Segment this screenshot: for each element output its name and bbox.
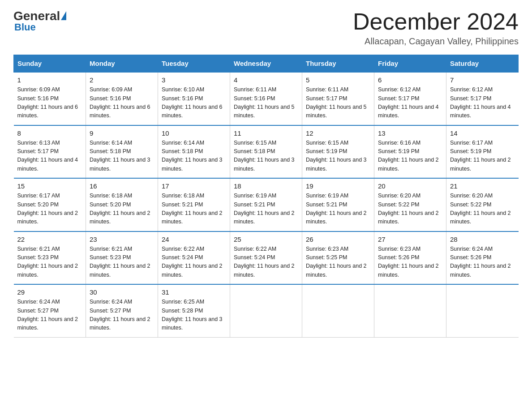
calendar-cell [374, 284, 446, 337]
day-number: 4 [234, 76, 298, 84]
day-number: 6 [378, 76, 442, 84]
day-number: 24 [162, 235, 226, 243]
day-info: Sunrise: 6:24 AMSunset: 5:27 PMDaylight:… [17, 299, 78, 331]
title-block: December 2024 Allacapan, Cagayan Valley,… [353, 9, 519, 47]
day-number: 22 [17, 235, 82, 243]
calendar-cell [230, 284, 302, 337]
day-info: Sunrise: 6:16 AMSunset: 5:19 PMDaylight:… [378, 140, 439, 172]
day-number: 8 [17, 129, 82, 137]
day-info: Sunrise: 6:20 AMSunset: 5:22 PMDaylight:… [450, 193, 511, 225]
page-header: General Blue December 2024 Allacapan, Ca… [13, 9, 519, 47]
day-info: Sunrise: 6:14 AMSunset: 5:18 PMDaylight:… [90, 140, 150, 172]
day-number: 21 [450, 182, 515, 190]
day-number: 12 [306, 129, 370, 137]
calendar-cell: 29 Sunrise: 6:24 AMSunset: 5:27 PMDaylig… [14, 284, 86, 337]
day-number: 29 [17, 288, 82, 296]
day-info: Sunrise: 6:13 AMSunset: 5:17 PMDaylight:… [17, 140, 78, 172]
day-number: 27 [378, 235, 442, 243]
day-number: 13 [378, 129, 442, 137]
calendar-table: SundayMondayTuesdayWednesdayThursdayFrid… [13, 55, 519, 338]
calendar-cell: 17 Sunrise: 6:18 AMSunset: 5:21 PMDaylig… [158, 178, 230, 231]
day-info: Sunrise: 6:21 AMSunset: 5:23 PMDaylight:… [17, 246, 78, 278]
day-info: Sunrise: 6:20 AMSunset: 5:22 PMDaylight:… [378, 193, 439, 225]
day-number: 20 [378, 182, 442, 190]
day-info: Sunrise: 6:23 AMSunset: 5:26 PMDaylight:… [378, 246, 439, 278]
calendar-cell: 26 Sunrise: 6:23 AMSunset: 5:25 PMDaylig… [302, 231, 374, 285]
day-info: Sunrise: 6:24 AMSunset: 5:27 PMDaylight:… [90, 299, 150, 331]
header-cell-tuesday: Tuesday [158, 55, 230, 73]
calendar-week-row: 22 Sunrise: 6:21 AMSunset: 5:23 PMDaylig… [14, 231, 519, 285]
calendar-cell [446, 284, 519, 337]
calendar-cell: 10 Sunrise: 6:14 AMSunset: 5:18 PMDaylig… [158, 125, 230, 179]
day-number: 18 [234, 182, 298, 190]
day-info: Sunrise: 6:14 AMSunset: 5:18 PMDaylight:… [162, 140, 223, 172]
calendar-cell: 20 Sunrise: 6:20 AMSunset: 5:22 PMDaylig… [374, 178, 446, 231]
day-info: Sunrise: 6:15 AMSunset: 5:18 PMDaylight:… [234, 140, 295, 172]
calendar-cell: 23 Sunrise: 6:21 AMSunset: 5:23 PMDaylig… [86, 231, 158, 285]
day-info: Sunrise: 6:10 AMSunset: 5:16 PMDaylight:… [162, 86, 223, 119]
day-info: Sunrise: 6:11 AMSunset: 5:16 PMDaylight:… [234, 86, 295, 119]
day-info: Sunrise: 6:22 AMSunset: 5:24 PMDaylight:… [162, 246, 223, 278]
day-info: Sunrise: 6:17 AMSunset: 5:19 PMDaylight:… [450, 140, 511, 172]
calendar-cell: 30 Sunrise: 6:24 AMSunset: 5:27 PMDaylig… [86, 284, 158, 337]
day-info: Sunrise: 6:12 AMSunset: 5:17 PMDaylight:… [378, 86, 439, 119]
day-number: 25 [234, 235, 298, 243]
calendar-week-row: 1 Sunrise: 6:09 AMSunset: 5:16 PMDayligh… [14, 72, 519, 125]
header-cell-saturday: Saturday [446, 55, 519, 73]
header-cell-monday: Monday [86, 55, 158, 73]
calendar-cell: 15 Sunrise: 6:17 AMSunset: 5:20 PMDaylig… [14, 178, 86, 231]
calendar-cell: 27 Sunrise: 6:23 AMSunset: 5:26 PMDaylig… [374, 231, 446, 285]
day-info: Sunrise: 6:12 AMSunset: 5:17 PMDaylight:… [450, 86, 511, 119]
calendar-header: SundayMondayTuesdayWednesdayThursdayFrid… [14, 55, 519, 73]
calendar-cell: 25 Sunrise: 6:22 AMSunset: 5:24 PMDaylig… [230, 231, 302, 285]
header-cell-sunday: Sunday [14, 55, 86, 73]
logo-blue-text: Blue [14, 21, 36, 33]
calendar-cell: 13 Sunrise: 6:16 AMSunset: 5:19 PMDaylig… [374, 125, 446, 179]
day-info: Sunrise: 6:23 AMSunset: 5:25 PMDaylight:… [306, 246, 367, 278]
day-info: Sunrise: 6:15 AMSunset: 5:19 PMDaylight:… [306, 140, 367, 172]
calendar-body: 1 Sunrise: 6:09 AMSunset: 5:16 PMDayligh… [14, 72, 519, 337]
day-number: 2 [90, 76, 154, 84]
calendar-cell: 6 Sunrise: 6:12 AMSunset: 5:17 PMDayligh… [374, 72, 446, 125]
logo: General Blue [13, 9, 66, 33]
month-year-title: December 2024 [353, 9, 519, 34]
day-info: Sunrise: 6:09 AMSunset: 5:16 PMDaylight:… [90, 86, 150, 119]
calendar-cell: 2 Sunrise: 6:09 AMSunset: 5:16 PMDayligh… [86, 72, 158, 125]
calendar-cell [302, 284, 374, 337]
day-number: 15 [17, 182, 82, 190]
day-number: 16 [90, 182, 154, 190]
calendar-cell: 1 Sunrise: 6:09 AMSunset: 5:16 PMDayligh… [14, 72, 86, 125]
day-info: Sunrise: 6:18 AMSunset: 5:20 PMDaylight:… [90, 193, 150, 225]
day-number: 11 [234, 129, 298, 137]
calendar-cell: 14 Sunrise: 6:17 AMSunset: 5:19 PMDaylig… [446, 125, 519, 179]
header-cell-friday: Friday [374, 55, 446, 73]
day-number: 14 [450, 129, 515, 137]
day-number: 10 [162, 129, 226, 137]
calendar-cell: 7 Sunrise: 6:12 AMSunset: 5:17 PMDayligh… [446, 72, 519, 125]
day-info: Sunrise: 6:11 AMSunset: 5:17 PMDaylight:… [306, 86, 367, 119]
calendar-cell: 11 Sunrise: 6:15 AMSunset: 5:18 PMDaylig… [230, 125, 302, 179]
calendar-cell: 28 Sunrise: 6:24 AMSunset: 5:26 PMDaylig… [446, 231, 519, 285]
calendar-cell: 21 Sunrise: 6:20 AMSunset: 5:22 PMDaylig… [446, 178, 519, 231]
day-number: 31 [162, 288, 226, 296]
day-info: Sunrise: 6:19 AMSunset: 5:21 PMDaylight:… [234, 193, 295, 225]
day-number: 23 [90, 235, 154, 243]
calendar-week-row: 29 Sunrise: 6:24 AMSunset: 5:27 PMDaylig… [14, 284, 519, 337]
day-number: 5 [306, 76, 370, 84]
day-number: 1 [17, 76, 82, 84]
calendar-cell: 3 Sunrise: 6:10 AMSunset: 5:16 PMDayligh… [158, 72, 230, 125]
day-info: Sunrise: 6:09 AMSunset: 5:16 PMDaylight:… [17, 86, 78, 119]
day-info: Sunrise: 6:22 AMSunset: 5:24 PMDaylight:… [234, 246, 295, 278]
calendar-cell: 4 Sunrise: 6:11 AMSunset: 5:16 PMDayligh… [230, 72, 302, 125]
logo-triangle-icon [61, 11, 66, 20]
location-subtitle: Allacapan, Cagayan Valley, Philippines [353, 36, 519, 47]
day-info: Sunrise: 6:21 AMSunset: 5:23 PMDaylight:… [90, 246, 150, 278]
calendar-cell: 5 Sunrise: 6:11 AMSunset: 5:17 PMDayligh… [302, 72, 374, 125]
day-number: 17 [162, 182, 226, 190]
day-number: 9 [90, 129, 154, 137]
day-info: Sunrise: 6:17 AMSunset: 5:20 PMDaylight:… [17, 193, 78, 225]
day-info: Sunrise: 6:18 AMSunset: 5:21 PMDaylight:… [162, 193, 223, 225]
day-info: Sunrise: 6:19 AMSunset: 5:21 PMDaylight:… [306, 193, 367, 225]
calendar-cell: 24 Sunrise: 6:22 AMSunset: 5:24 PMDaylig… [158, 231, 230, 285]
day-number: 26 [306, 235, 370, 243]
